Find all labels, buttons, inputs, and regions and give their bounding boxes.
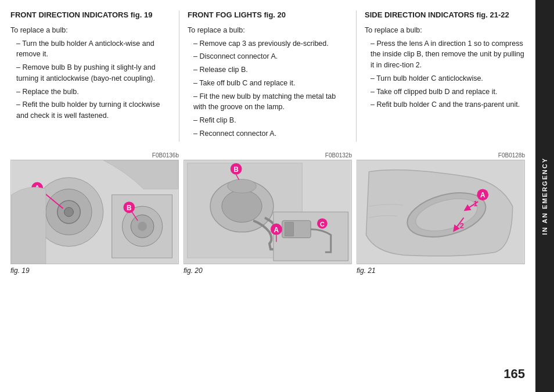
section-front-direction: FRONT DIRECTION INDICATORS fig. 19 To re…: [10, 10, 179, 142]
para-1-0: To replace a bulb:: [10, 25, 171, 36]
figures-row: F0B0136b A: [10, 152, 525, 386]
svg-point-11: [138, 221, 147, 231]
section-front-fog: FRONT FOG LIGHTS fig. 20 To replace a bu…: [188, 10, 357, 142]
fig19-image: A B: [10, 160, 179, 264]
para-3-0: To replace a bulb:: [365, 25, 525, 36]
fig21-image: A 1 2: [357, 160, 525, 264]
fig20-image: B C A: [184, 160, 352, 264]
fig19-caption: fig. 19: [10, 267, 30, 275]
para-3-1: – Press the lens A in direction 1 so to …: [365, 38, 525, 71]
para-2-4: – Take off bulb C and replace it.: [188, 78, 348, 89]
figure-19: F0B0136b A: [10, 152, 179, 275]
para-2-0: To replace a bulb:: [188, 25, 348, 36]
section-body-2: To replace a bulb: – Remove cap 3 as pre…: [188, 25, 348, 139]
figure-21: F0B0128b A: [357, 152, 525, 275]
para-3-3: – Take off clipped bulb D and replace it…: [365, 87, 525, 98]
svg-point-18: [222, 190, 262, 222]
svg-text:2: 2: [460, 221, 464, 229]
fig20-label-top: F0B0132b: [325, 152, 352, 159]
svg-text:A: A: [274, 225, 279, 233]
page-number: 165: [503, 366, 525, 382]
para-1-2: – Remove bulb B by pushing it slight-ly …: [10, 62, 171, 84]
para-2-7: – Reconnect connector A.: [188, 128, 348, 139]
svg-text:A: A: [480, 191, 485, 199]
fig20-caption: fig. 20: [184, 267, 203, 275]
svg-text:1: 1: [473, 199, 477, 208]
svg-point-4: [64, 207, 74, 217]
section-title-1: FRONT DIRECTION INDICATORS fig. 19: [10, 10, 171, 20]
para-2-1: – Remove cap 3 as previously de-scribed.: [188, 38, 348, 49]
svg-point-19: [228, 179, 256, 193]
svg-text:C: C: [320, 220, 325, 227]
section-side-direction: SIDE DIRECTION INDICATORS fig. 21-22 To …: [365, 10, 525, 142]
para-1-1: – Turn the bulb holder A anticlock-wise …: [10, 38, 171, 60]
main-content: FRONT DIRECTION INDICATORS fig. 19 To re…: [0, 0, 535, 392]
section-title-3: SIDE DIRECTION INDICATORS fig. 21-22: [365, 10, 525, 20]
fig21-caption: fig. 21: [357, 267, 376, 275]
svg-rect-25: [285, 222, 294, 236]
side-tab: IN AN EMERGENCY: [535, 0, 554, 392]
para-2-5: – Fit the new bulb by matching the metal…: [188, 91, 348, 113]
para-3-2: – Turn bulb holder C anticlockwise.: [365, 73, 525, 84]
fig21-label-top: F0B0128b: [498, 152, 525, 159]
para-1-4: – Refit the bulb holder by turning it cl…: [10, 99, 171, 121]
side-tab-text: IN AN EMERGENCY: [541, 157, 548, 235]
svg-text:B: B: [233, 165, 239, 173]
para-2-3: – Release clip B.: [188, 64, 348, 75]
para-3-4: – Refit bulb holder C and the trans-pare…: [365, 99, 525, 110]
para-2-6: – Refit clip B.: [188, 115, 348, 126]
section-body-1: To replace a bulb: – Turn the bulb holde…: [10, 25, 171, 121]
para-1-3: – Replace the bulb.: [10, 87, 171, 98]
section-title-2: FRONT FOG LIGHTS fig. 20: [188, 10, 348, 20]
para-2-2: – Disconnect connector A.: [188, 51, 348, 62]
figure-20: F0B0132b B: [184, 152, 352, 275]
fig19-label-top: F0B0136b: [152, 152, 179, 159]
svg-text:B: B: [127, 204, 132, 212]
top-sections: FRONT DIRECTION INDICATORS fig. 19 To re…: [10, 10, 525, 142]
section-body-3: To replace a bulb: – Press the lens A in…: [365, 25, 525, 110]
